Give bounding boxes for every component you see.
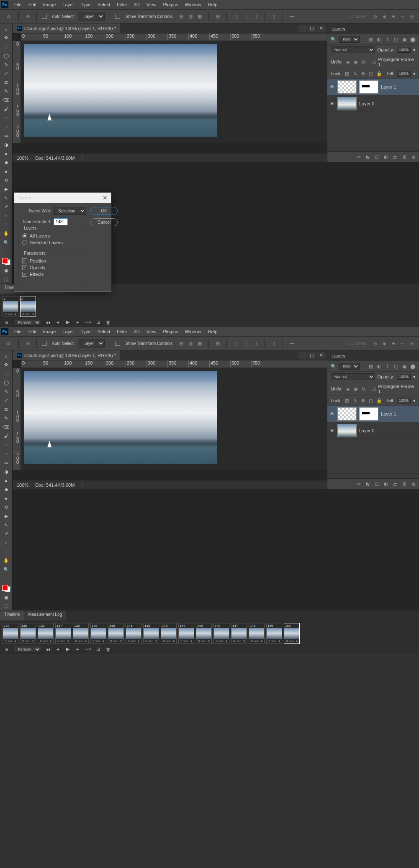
frame-delay[interactable]: 0 sec. ▾ — [56, 639, 71, 643]
prev-frame-icon[interactable]: ◂ — [54, 646, 61, 653]
unify-visibility-icon[interactable]: ◉ — [353, 59, 358, 65]
menu-edit[interactable]: Edit — [25, 328, 40, 335]
doc-info-arrow-icon[interactable]: 〉 — [81, 482, 86, 488]
screen-mode-icon[interactable]: ▢ — [1, 602, 11, 610]
effects-checkbox[interactable]: Effects — [22, 272, 82, 277]
opacity-dropdown-icon[interactable]: ▾ — [413, 374, 416, 380]
close-button[interactable]: ✕ — [317, 25, 325, 32]
filter-toggle-icon[interactable]: ⬤ — [410, 363, 416, 369]
3d-pan-icon[interactable]: ✥ — [390, 340, 397, 347]
layers-tab[interactable]: Layers — [327, 23, 419, 34]
tool-ellipse[interactable]: ○ — [1, 212, 11, 220]
timeline-frame[interactable]: 145 0 sec. ▾ — [196, 623, 212, 644]
quick-mask-icon[interactable]: ▣ — [1, 266, 11, 274]
doc-info-arrow-icon[interactable]: 〉 — [81, 155, 86, 161]
tool-pen[interactable]: ● — [1, 167, 11, 175]
fill-dropdown-icon[interactable]: ▾ — [413, 71, 416, 77]
next-frame-icon[interactable]: ▸ — [75, 646, 81, 653]
tool-gradient[interactable]: ◑ — [1, 140, 11, 148]
screen-mode-icon[interactable]: ▢ — [1, 275, 11, 283]
frame-delay[interactable]: 0 sec. ▾ — [284, 639, 299, 643]
delete-layer-icon[interactable]: 🗑 — [411, 481, 416, 487]
align-more-icon[interactable]: ▤ — [214, 340, 221, 347]
layers-tab[interactable]: Layers — [327, 350, 419, 361]
opacity-dropdown-icon[interactable]: ▾ — [413, 47, 416, 53]
menu-type[interactable]: Type — [77, 328, 94, 335]
align-left-icon[interactable]: ▤ — [177, 340, 185, 347]
play-icon[interactable]: ▶ — [64, 646, 71, 653]
filter-kind-dropdown[interactable]: Kind — [339, 363, 360, 370]
opacity-value[interactable]: 100% — [397, 374, 411, 380]
menu-3d[interactable]: 3D — [131, 1, 143, 8]
frame-delay[interactable]: 0 sec. ▾ — [38, 639, 53, 643]
tool-clone[interactable]: ⟋ — [1, 114, 11, 122]
timeline-frame[interactable]: 2 0 sec. ▾ — [20, 296, 36, 317]
blend-mode-dropdown[interactable]: Normal — [331, 373, 375, 380]
tool-rectangle[interactable]: ↗ — [1, 203, 11, 211]
menu-help[interactable]: Help — [205, 328, 221, 335]
doc-info[interactable]: Doc: 541.4K/3.00M — [35, 483, 75, 488]
menu-3d[interactable]: 3D — [131, 328, 143, 335]
propagate-checkbox[interactable]: ✓ — [372, 387, 376, 391]
filter-adjust-icon[interactable]: ◐ — [376, 36, 382, 42]
edit-toolbar-icon[interactable]: ⋯ — [1, 248, 11, 255]
group-icon[interactable]: 🗀 — [392, 154, 398, 160]
menu-view[interactable]: View — [143, 328, 160, 335]
layer-row[interactable]: 👁 Layer 0 — [327, 422, 419, 439]
opacity-value[interactable]: 100% — [397, 47, 411, 53]
unify-style-icon[interactable]: fx — [361, 386, 367, 392]
next-frame-icon[interactable]: ▸ — [75, 319, 81, 326]
adjustment-layer-icon[interactable]: ◐ — [383, 481, 389, 487]
timeline-frame[interactable]: 134 0 sec. ▾ — [3, 623, 18, 644]
dist-1-icon[interactable]: ▯ — [234, 13, 241, 20]
all-layers-radio[interactable]: All Layers — [22, 233, 82, 238]
link-layers-icon[interactable]: ⚯ — [355, 154, 361, 160]
tool-blur[interactable]: ▲ — [1, 150, 11, 158]
layer-row[interactable]: 👁 Layer 0 — [327, 95, 419, 112]
layer-row[interactable]: 👁 Layer 1 — [327, 79, 419, 95]
menu-select[interactable]: Select — [94, 1, 114, 8]
tool-clone[interactable]: ⟋ — [1, 441, 11, 449]
group-icon[interactable]: 🗀 — [392, 481, 398, 487]
color-swatch[interactable] — [2, 585, 10, 592]
timeline-frame[interactable]: 1 0 sec. ▾ — [3, 296, 18, 317]
layer-name[interactable]: Layer 0 — [359, 101, 375, 106]
timeline-frame[interactable]: 148 0 sec. ▾ — [249, 623, 265, 644]
home-icon[interactable]: ⌂ — [3, 338, 13, 348]
zoom-level[interactable]: 100% — [17, 156, 28, 161]
layer-mask-icon[interactable]: ◻ — [374, 481, 380, 487]
tool-eyedropper[interactable]: ✎ — [1, 414, 11, 422]
tool-dodge[interactable]: ◆ — [1, 158, 11, 166]
layer-mask-thumbnail[interactable] — [359, 407, 378, 421]
move-tool-icon[interactable]: ✥ — [24, 340, 31, 347]
lock-artboard-icon[interactable]: ▢ — [368, 398, 374, 403]
timeline-frame[interactable]: 149 0 sec. ▾ — [266, 623, 282, 644]
layer-mask-icon[interactable]: ◻ — [374, 154, 380, 160]
filter-smart-icon[interactable]: ▣ — [401, 36, 407, 42]
dist-1-icon[interactable]: ▯ — [234, 340, 241, 347]
move-tool-icon[interactable]: ✥ — [24, 13, 31, 20]
3d-slide-icon[interactable]: ⇔ — [399, 340, 406, 347]
tool-gradient[interactable]: ◑ — [1, 467, 11, 475]
align-left-icon[interactable]: ▤ — [177, 13, 185, 20]
measurement-log-tab[interactable]: Measurement Log — [24, 610, 66, 620]
loop-dropdown[interactable]: Forever — [13, 319, 41, 326]
layer-row[interactable]: 👁 Layer 1 — [327, 406, 419, 422]
3d-roll-icon[interactable]: ◉ — [380, 13, 388, 20]
menu-view[interactable]: View — [143, 1, 160, 8]
menu-layer[interactable]: Layer — [59, 1, 77, 8]
layer-thumbnail[interactable] — [337, 424, 357, 437]
opacity-checkbox[interactable]: Opacity — [22, 265, 82, 270]
edit-toolbar-icon[interactable]: ⋯ — [1, 574, 11, 582]
tool-marquee[interactable]: ⬚ — [1, 370, 11, 378]
lock-transparency-icon[interactable]: ▨ — [344, 71, 350, 77]
lock-artboard-icon[interactable]: ▢ — [368, 71, 374, 77]
cancel-button[interactable]: Cancel — [90, 218, 118, 226]
3d-pan-icon[interactable]: ✥ — [390, 13, 397, 20]
canvas[interactable] — [21, 41, 327, 143]
menu-window[interactable]: Window — [182, 1, 205, 8]
menu-image[interactable]: Image — [40, 1, 59, 8]
fill-value[interactable]: 100% — [397, 71, 411, 77]
lock-pixels-icon[interactable]: ✎ — [352, 71, 357, 77]
tool-lasso[interactable]: ◯ — [1, 52, 11, 60]
